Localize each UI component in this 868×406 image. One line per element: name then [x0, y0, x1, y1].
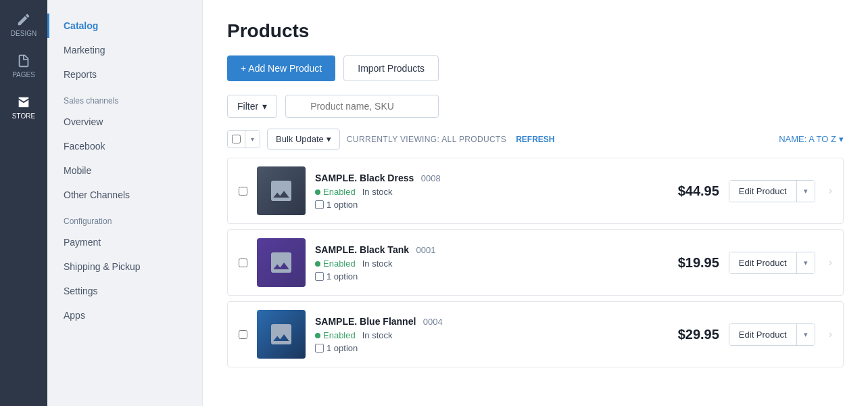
sidebar-item-reports[interactable]: Reports: [47, 62, 202, 87]
sidebar-item-overview[interactable]: Overview: [47, 110, 202, 134]
edit-product-button[interactable]: Edit Product: [729, 324, 796, 345]
product-meta: Enabled In stock: [315, 187, 656, 197]
product-thumbnail: [257, 238, 306, 287]
product-thumbnail: [257, 310, 306, 359]
table-row: SAMPLE. Black Tank 0001 Enabled In stock…: [227, 229, 844, 296]
product-options: 1 option: [315, 343, 656, 353]
product-price: $19.95: [665, 255, 719, 271]
product-checkbox[interactable]: [239, 187, 247, 196]
product-stock: In stock: [362, 330, 393, 340]
filter-chevron-icon: ▾: [262, 101, 267, 112]
product-sku: 0001: [416, 245, 435, 255]
product-stock: In stock: [362, 258, 393, 269]
search-input[interactable]: [285, 95, 439, 118]
product-sku: 0004: [423, 317, 443, 327]
product-list: SAMPLE. Black Dress 0008 Enabled In stoc…: [227, 158, 844, 367]
options-icon: [315, 200, 324, 209]
edit-button-group: Edit Product ▾: [729, 323, 815, 346]
product-meta: Enabled In stock: [315, 330, 656, 340]
edit-button-group: Edit Product ▾: [729, 252, 815, 274]
product-checkbox[interactable]: [239, 330, 247, 339]
product-info: SAMPLE. Black Tank 0001 Enabled In stock…: [315, 244, 656, 281]
edit-button-group: Edit Product ▾: [729, 180, 815, 202]
product-sku: 0008: [421, 173, 441, 183]
product-status: Enabled: [315, 258, 356, 269]
edit-product-button[interactable]: Edit Product: [729, 252, 796, 273]
sales-channels-label: Sales channels: [47, 87, 202, 110]
select-all-checkbox[interactable]: [232, 135, 241, 143]
sidebar-item-design[interactable]: DESIGN: [3, 7, 44, 43]
product-options: 1 option: [315, 200, 656, 210]
product-thumbnail: [257, 166, 306, 215]
product-status: Enabled: [315, 187, 356, 197]
row-expand-arrow[interactable]: ›: [829, 328, 832, 340]
bulk-update-chevron-icon: ▾: [327, 134, 331, 144]
sidebar-item-apps[interactable]: Apps: [47, 303, 202, 328]
viewing-label: CURRENTLY VIEWING: ALL PRODUCTS: [347, 135, 506, 144]
product-name: SAMPLE. Black Dress: [315, 173, 414, 183]
filter-button[interactable]: Filter ▾: [227, 95, 277, 118]
product-meta: Enabled In stock: [315, 258, 656, 269]
table-row: SAMPLE. Black Dress 0008 Enabled In stoc…: [227, 158, 844, 224]
pages-label: PAGES: [12, 71, 35, 78]
sidebar: Catalog Marketing Reports Sales channels…: [47, 0, 203, 406]
store-label: STORE: [12, 112, 35, 120]
add-new-product-button[interactable]: + Add New Product: [227, 55, 335, 81]
sidebar-item-pages[interactable]: PAGES: [3, 48, 44, 84]
filter-bar: Filter ▾ 🔍: [227, 95, 844, 118]
bulk-update-button[interactable]: Bulk Update ▾: [267, 129, 340, 150]
refresh-link[interactable]: REFRESH: [516, 135, 554, 144]
main-content: Products + Add New Product Import Produc…: [203, 0, 868, 406]
product-status: Enabled: [315, 330, 356, 340]
options-icon: [315, 344, 324, 353]
product-checkbox[interactable]: [239, 258, 247, 267]
edit-product-dropdown[interactable]: ▾: [797, 252, 815, 273]
sidebar-item-catalog[interactable]: Catalog: [47, 14, 202, 38]
sort-chevron-icon: ▾: [839, 134, 844, 144]
edit-product-dropdown[interactable]: ▾: [797, 181, 815, 202]
design-icon: [16, 12, 31, 27]
sidebar-item-facebook[interactable]: Facebook: [47, 134, 202, 158]
search-wrapper: 🔍: [285, 95, 844, 118]
status-dot: [315, 189, 320, 195]
status-dot: [315, 333, 320, 338]
product-name: SAMPLE. Black Tank: [315, 244, 409, 255]
page-title: Products: [227, 20, 844, 42]
product-name: SAMPLE. Blue Flannel: [315, 316, 416, 327]
product-info: SAMPLE. Blue Flannel 0004 Enabled In sto…: [315, 315, 656, 353]
pages-icon: [16, 53, 31, 68]
select-dropdown-arrow[interactable]: ▾: [245, 131, 260, 148]
sidebar-item-mobile[interactable]: Mobile: [47, 158, 202, 183]
sort-button[interactable]: NAME: A TO Z ▾: [779, 134, 844, 144]
row-expand-arrow[interactable]: ›: [829, 256, 832, 269]
icon-bar: DESIGN PAGES STORE: [0, 0, 47, 406]
sidebar-item-payment[interactable]: Payment: [47, 230, 202, 254]
table-controls: ▾ Bulk Update ▾ CURRENTLY VIEWING: ALL P…: [227, 129, 844, 150]
edit-product-button[interactable]: Edit Product: [729, 181, 796, 202]
product-price: $29.95: [665, 327, 719, 342]
product-price: $44.95: [665, 183, 719, 199]
status-dot: [315, 261, 320, 267]
sidebar-item-shipping[interactable]: Shipping & Pickup: [47, 254, 202, 279]
import-products-button[interactable]: Import Products: [343, 55, 439, 81]
edit-product-dropdown[interactable]: ▾: [797, 324, 815, 345]
options-icon: [315, 272, 324, 281]
configuration-label: Configuration: [47, 207, 202, 230]
sidebar-item-other-channels[interactable]: Other Channels: [47, 183, 202, 207]
product-stock: In stock: [362, 187, 393, 197]
table-row: SAMPLE. Blue Flannel 0004 Enabled In sto…: [227, 301, 844, 367]
store-icon: [16, 95, 31, 110]
sidebar-item-store[interactable]: STORE: [3, 89, 44, 125]
design-label: DESIGN: [11, 30, 37, 37]
action-bar: + Add New Product Import Products: [227, 55, 844, 81]
sidebar-item-marketing[interactable]: Marketing: [47, 38, 202, 62]
product-options: 1 option: [315, 271, 656, 281]
select-all-checkbox-group[interactable]: ▾: [227, 130, 260, 148]
sidebar-item-settings[interactable]: Settings: [47, 279, 202, 303]
row-expand-arrow[interactable]: ›: [829, 185, 832, 197]
product-info: SAMPLE. Black Dress 0008 Enabled In stoc…: [315, 172, 656, 210]
